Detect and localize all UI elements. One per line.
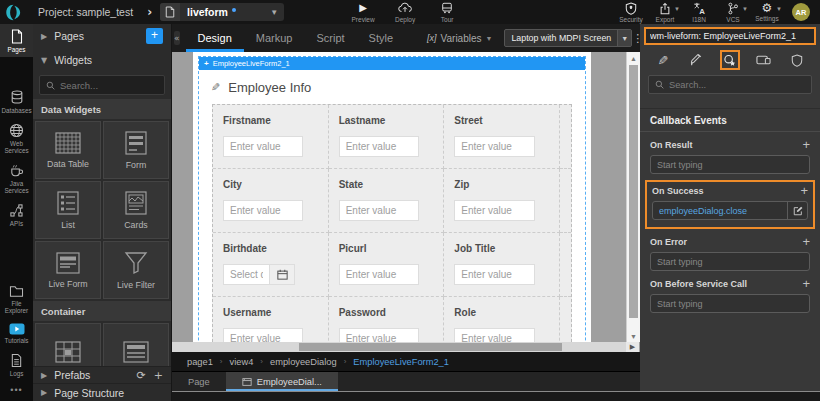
app-logo-icon[interactable] [0,4,26,21]
variables-button[interactable]: [x] Variables ▼ [427,33,492,44]
tab-script[interactable]: Script [304,24,356,52]
rail-item-databases[interactable]: Databases [0,85,33,118]
horizontal-scroll-thumb[interactable] [299,343,562,351]
design-canvas[interactable]: + EmployeeLiveForm2_1 ✎ Employee Info Fi… [172,52,640,352]
deploy-button[interactable]: Deploy [384,2,426,23]
export-button[interactable]: ▼ Export [648,2,682,23]
canvas-vertical-scrollbar[interactable]: ▲ ▼ [626,52,640,342]
widget-tile-data-table[interactable]: Data Table [35,121,101,179]
widget-search[interactable] [39,75,165,95]
firstname-input[interactable] [223,136,303,157]
device-tab-icon[interactable] [754,50,774,70]
widget-tile-form[interactable]: Form [103,121,169,179]
street-input[interactable] [454,136,534,157]
tour-button[interactable]: Tour [426,2,468,23]
security-tab-icon[interactable] [787,50,807,70]
rail-item-apis[interactable]: APIs [0,198,33,231]
widget-tile-live-filter[interactable]: Live Filter [103,241,169,299]
widget-tile-grid-layout[interactable] [35,323,101,366]
database-icon [10,90,24,105]
on-error-input[interactable] [651,257,809,267]
styles-tab-icon[interactable] [686,50,706,70]
rail-item-file-explorer[interactable]: File Explorer [0,280,33,318]
collapse-left-panel-button[interactable]: « [174,31,180,45]
add-on-before-service-call-action-button[interactable]: + [802,278,810,289]
i18n-button[interactable]: A I18N [682,2,716,23]
prefabs-section-header[interactable]: ▶ Prefabs ⟳ + [33,366,171,383]
widget-tile-layout[interactable] [103,323,169,366]
state-input[interactable] [339,200,419,221]
device-selector[interactable]: Laptop with MDPI Screen ▼ [504,29,632,47]
tab-employee-dialog[interactable]: EmployeeDial... [226,372,338,391]
tab-style[interactable]: Style [357,24,405,52]
field-state: State [329,169,445,233]
properties-search-input[interactable] [669,80,805,90]
username-input[interactable] [223,328,303,342]
rail-item-logs[interactable]: Logs [0,348,33,381]
rail-item-pages[interactable]: Pages [0,24,33,57]
scroll-down-arrow[interactable]: ▼ [627,330,640,342]
date-picker-button[interactable] [269,264,295,285]
widget-tile-list[interactable]: List [35,181,101,239]
widget-selection-bar[interactable]: + EmployeeLiveForm2_1 [199,57,585,70]
birthdate-input[interactable] [223,264,269,285]
breadcrumb-current[interactable]: EmployeeLiveForm2_1 [353,357,449,367]
scroll-right-arrow[interactable]: ▶ [626,342,639,352]
tab-markup[interactable]: Markup [244,24,305,52]
edit-on-success-button[interactable] [787,202,807,219]
on-success-input[interactable] [653,206,787,216]
topbar: Project: sample_test › liveform ▼ ▶ Prev… [0,0,820,24]
add-on-success-action-button[interactable]: + [800,185,808,196]
page-selector[interactable]: liveform ▼ [160,3,284,21]
add-on-error-action-button[interactable]: + [802,236,810,247]
refresh-icon[interactable]: ⟳ [137,369,146,382]
rail-item-java-services[interactable]: Java Services [0,158,33,198]
widgets-section-header[interactable]: ▼ Widgets [33,48,171,72]
form-grid-gutter [560,169,571,233]
add-on-result-action-button[interactable]: + [802,139,810,150]
canvas-horizontal-scrollbar[interactable]: ▶ [172,342,626,352]
page-structure-section-header[interactable]: ▶ Page Structure [33,383,171,401]
caret-right-icon: ▶ [41,388,47,397]
city-input[interactable] [223,200,303,221]
properties-search[interactable] [648,75,812,94]
breadcrumb-employeedialog[interactable]: employeeDialog [270,357,337,367]
lastname-input[interactable] [339,136,419,157]
password-input[interactable] [339,328,419,342]
properties-tab-icon[interactable]: ✎ [653,50,673,70]
widget-tile-cards[interactable]: Cards [103,181,169,239]
widget-search-input[interactable] [60,80,158,91]
add-page-button[interactable]: + [146,28,163,44]
rail-overflow-button[interactable]: ••• [0,381,33,401]
on-before-service-call-input[interactable] [651,299,809,309]
left-panel: ▶ Pages + ▼ Widgets Data Widgets Data Ta… [33,24,172,401]
tab-page[interactable]: Page [172,372,226,391]
form-grid-gutter [560,297,571,342]
vertical-scroll-thumb[interactable] [629,65,638,318]
events-tab-icon[interactable] [720,50,740,70]
settings-button[interactable]: ▼ ⚙ Settings [750,2,784,22]
search-icon [46,81,55,90]
user-avatar[interactable]: AR [792,3,810,21]
preview-button[interactable]: ▶ Preview [342,2,384,23]
job-title-input[interactable] [454,264,534,285]
zip-input[interactable] [454,200,534,221]
role-input[interactable] [454,328,534,342]
field-street: Street [444,105,560,169]
pages-section-header[interactable]: ▶ Pages + [33,24,171,48]
tab-design[interactable]: Design [186,24,244,52]
on-result-input[interactable] [651,160,809,170]
widget-tile-live-form[interactable]: Live Form [35,241,101,299]
device-selector-value: Laptop with MDPI Screen [505,33,617,43]
breadcrumb-page1[interactable]: page1 [187,357,213,367]
rail-item-tutorials[interactable]: Tutorials [0,318,33,348]
breadcrumb-view4[interactable]: view4 [230,357,254,367]
selected-liveform-widget[interactable]: + EmployeeLiveForm2_1 ✎ Employee Info Fi… [198,56,586,342]
rail-item-web-services[interactable]: Web Services [0,118,33,158]
vcs-button[interactable]: ▼ VCS [716,2,750,23]
edit-icon [793,206,803,216]
security-button[interactable]: Security [614,2,648,23]
picurl-input[interactable] [339,264,419,285]
add-prefab-button[interactable]: + [154,369,163,382]
scroll-up-arrow[interactable]: ▲ [627,52,640,64]
